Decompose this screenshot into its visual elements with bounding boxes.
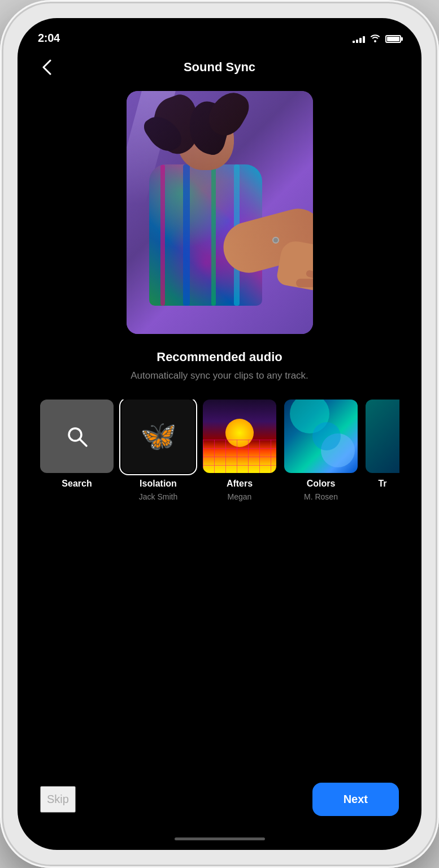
recommended-title: Recommended audio <box>131 350 308 364</box>
isolation-thumbnail: 🦋 <box>121 400 195 473</box>
page-title: Sound Sync <box>59 60 380 75</box>
track-isolation[interactable]: 🦋 Isolation Jack Smith <box>121 400 195 501</box>
recommended-subtitle: Automatically sync your clips to any tra… <box>131 369 308 383</box>
phone-screen: 2:04 <box>18 18 421 850</box>
notch <box>163 18 276 40</box>
partial-thumbnail <box>366 400 399 473</box>
home-bar <box>175 837 265 840</box>
track-sublabel-colors: M. Rosen <box>304 492 338 501</box>
signal-bar-1 <box>353 41 355 43</box>
status-icons <box>353 33 401 45</box>
battery-fill <box>387 37 399 41</box>
track-label-partial: Tr <box>378 479 386 489</box>
audio-tracks: Search 🦋 Isolation Jack Smith <box>34 400 405 501</box>
track-label-afters: Afters <box>227 479 253 489</box>
signal-bars-icon <box>353 35 365 43</box>
back-button[interactable] <box>34 55 59 80</box>
home-indicator <box>18 827 421 850</box>
track-partial[interactable]: Tr <box>366 400 399 501</box>
skip-button[interactable]: Skip <box>40 786 76 813</box>
track-label-isolation: Isolation <box>140 479 177 489</box>
isolation-bg: 🦋 <box>121 400 195 473</box>
bottom-actions: Skip Next <box>18 766 421 827</box>
track-label-colors: Colors <box>307 479 336 489</box>
main-content: Recommended audio Automatically sync you… <box>18 85 421 766</box>
grid-lines <box>203 440 276 473</box>
ring-detail <box>272 237 279 244</box>
afters-thumbnail <box>203 400 276 473</box>
track-label-search: Search <box>62 479 92 489</box>
status-time: 2:04 <box>38 32 60 45</box>
recommended-section: Recommended audio Automatically sync you… <box>131 350 308 383</box>
color-blob-3 <box>312 422 341 450</box>
search-thumbnail <box>40 400 114 473</box>
afters-bg <box>203 400 276 473</box>
track-search[interactable]: Search <box>40 400 114 501</box>
moth-icon: 🦋 <box>140 419 177 453</box>
video-preview <box>127 91 313 334</box>
phone-shell: 2:04 <box>0 0 439 868</box>
signal-bar-3 <box>359 38 362 43</box>
signal-bar-2 <box>356 40 358 43</box>
wifi-icon <box>370 33 381 45</box>
track-sublabel-afters: Megan <box>228 492 252 501</box>
battery-icon <box>385 35 401 43</box>
track-sublabel-isolation: Jack Smith <box>139 492 177 501</box>
signal-bar-4 <box>363 36 365 43</box>
svg-line-1 <box>80 439 86 446</box>
colors-bg <box>284 400 358 473</box>
track-colors[interactable]: Colors M. Rosen <box>284 400 358 501</box>
video-thumbnail <box>127 91 313 334</box>
performer-hair <box>155 97 257 164</box>
colors-thumbnail <box>284 400 358 473</box>
track-afters[interactable]: Afters Megan <box>203 400 276 501</box>
header: Sound Sync <box>18 49 421 85</box>
next-button[interactable]: Next <box>312 783 399 816</box>
